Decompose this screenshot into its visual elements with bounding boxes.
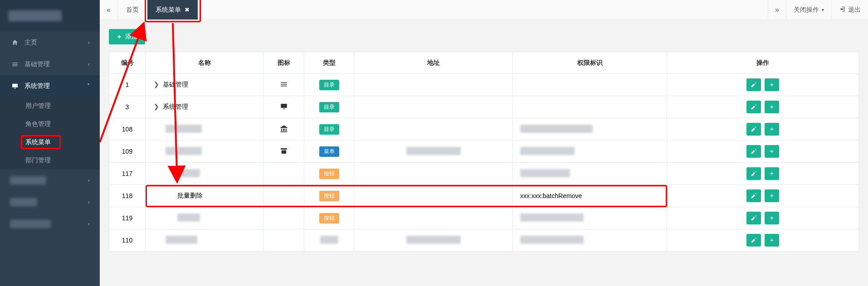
sidebar-item-system[interactable]: 系统管理 ˅: [0, 75, 100, 97]
add-child-button[interactable]: ＋: [765, 212, 779, 224]
edit-button[interactable]: [746, 101, 761, 113]
cell-name-text: 基础管理: [163, 81, 188, 88]
blur-placeholder: [520, 213, 584, 222]
close-ops-dropdown[interactable]: 关闭操作 ▾: [786, 0, 831, 19]
edit-button[interactable]: [746, 145, 761, 158]
table-row: 118批量删除按钮xxx:xxx:batchRemove＋: [109, 185, 859, 207]
cell-addr: [354, 96, 513, 118]
cell-ops: ＋: [667, 96, 859, 118]
ops-group: ＋: [671, 167, 855, 180]
cell-icon: [263, 141, 304, 163]
th-id: 编号: [109, 52, 146, 74]
sidebar-sub-label: 角色管理: [25, 120, 51, 128]
sidebar-sub-dept[interactable]: 部门管理: [0, 151, 100, 170]
blur-placeholder: [177, 213, 200, 222]
table-row: 119按钮＋: [109, 207, 859, 229]
add-child-button[interactable]: ＋: [765, 234, 779, 247]
ops-group: ＋: [671, 101, 855, 113]
sidebar-sub-sysmenu[interactable]: 系统菜单: [0, 133, 100, 151]
add-button[interactable]: ＋ 添加: [109, 29, 145, 44]
edit-button[interactable]: [746, 123, 761, 136]
blur-placeholder: [320, 236, 338, 244]
tab-label: 首页: [126, 6, 139, 14]
sidebar-sub-label: 系统菜单: [25, 138, 51, 146]
edit-button[interactable]: [746, 189, 761, 202]
cell-type: 按钮: [304, 207, 354, 229]
add-child-button[interactable]: ＋: [765, 101, 779, 113]
ops-group: ＋: [671, 78, 855, 91]
bank-icon: [280, 127, 288, 134]
close-icon[interactable]: ✖: [185, 6, 190, 13]
blur-placeholder: [520, 169, 570, 177]
cell-ops: ＋: [667, 118, 859, 141]
cell-addr: [354, 185, 513, 207]
ops-group: ＋: [671, 189, 855, 202]
cell-addr: [354, 74, 513, 96]
expand-icon[interactable]: ❯: [154, 81, 159, 88]
edit-button[interactable]: [746, 78, 761, 91]
tab-sysmenu[interactable]: 系统菜单 ✖: [147, 0, 198, 19]
th-type: 类型: [304, 52, 354, 74]
table-row: 109菜单＋: [109, 141, 859, 163]
logo-area: [0, 0, 100, 32]
cell-perm: [513, 74, 667, 96]
sidebar-sub-user[interactable]: 用户管理: [0, 97, 100, 115]
cell-addr: [354, 207, 513, 229]
exit-button[interactable]: 退出: [831, 0, 868, 19]
blur-placeholder: [520, 147, 575, 155]
sidebar-item-blur[interactable]: ‹: [0, 213, 100, 235]
ops-group: ＋: [671, 234, 855, 247]
blur-placeholder: [520, 236, 584, 244]
cell-icon: [263, 163, 304, 185]
cell-id: 3: [109, 96, 146, 118]
sidebar-item-basic[interactable]: 基础管理 ‹: [0, 53, 100, 75]
edit-button[interactable]: [746, 212, 761, 224]
logo-blur: [8, 10, 62, 21]
cell-name: [146, 229, 263, 252]
cell-type: 目录: [304, 74, 354, 96]
cell-addr: [354, 141, 513, 163]
blur-placeholder: [10, 198, 37, 206]
table-row: 1❯基础管理目录＋: [109, 74, 859, 96]
table-row: 3❯系统管理目录＋: [109, 96, 859, 118]
tab-label: 系统菜单: [156, 6, 181, 14]
cell-name-text: 批量删除: [177, 192, 203, 199]
sidebar-sub-role[interactable]: 角色管理: [0, 115, 100, 133]
expand-icon[interactable]: ❯: [154, 103, 159, 110]
sidebar-item-blur[interactable]: ‹: [0, 170, 100, 191]
sidebar-item-label: 系统管理: [24, 82, 50, 90]
ops-group: ＋: [671, 123, 855, 136]
add-child-button[interactable]: ＋: [765, 145, 779, 158]
sidebar-submenu-system: 用户管理 角色管理 系统菜单 部门管理: [0, 97, 100, 170]
blur-placeholder: [166, 125, 202, 133]
edit-button[interactable]: [746, 167, 761, 180]
add-child-button[interactable]: ＋: [765, 167, 779, 180]
cell-ops: ＋: [667, 185, 859, 207]
tabs-scroll-left[interactable]: «: [100, 0, 118, 19]
add-child-button[interactable]: ＋: [765, 78, 779, 91]
tab-home[interactable]: 首页: [118, 0, 147, 19]
add-child-button[interactable]: ＋: [765, 123, 779, 136]
cell-id: 119: [109, 207, 146, 229]
sidebar-item-blur[interactable]: ‹: [0, 191, 100, 213]
cell-ops: ＋: [667, 163, 859, 185]
cell-icon: [263, 118, 304, 141]
cell-type: 目录: [304, 96, 354, 118]
cell-ops: ＋: [667, 141, 859, 163]
cell-name: [146, 163, 263, 185]
th-name: 名称: [146, 52, 263, 74]
add-child-button[interactable]: ＋: [765, 189, 779, 202]
tabs-scroll-right[interactable]: »: [768, 0, 786, 19]
cell-perm: [513, 163, 667, 185]
chevron-left-icon: ‹: [88, 39, 90, 46]
chevron-left-icon: ‹: [88, 177, 90, 184]
cell-name: [146, 118, 263, 141]
type-tag: 目录: [319, 102, 339, 112]
sidebar-item-label: 主页: [24, 39, 37, 47]
cell-perm: xxx:xxx:batchRemove: [513, 185, 667, 207]
ops-group: ＋: [671, 212, 855, 224]
edit-button[interactable]: [746, 234, 761, 247]
sidebar-item-home[interactable]: 主页 ‹: [0, 32, 100, 53]
sidebar: 主页 ‹ 基础管理 ‹ 系统管理 ˅ 用户管理 角色管理: [0, 0, 100, 286]
type-tag: 按钮: [319, 169, 339, 179]
